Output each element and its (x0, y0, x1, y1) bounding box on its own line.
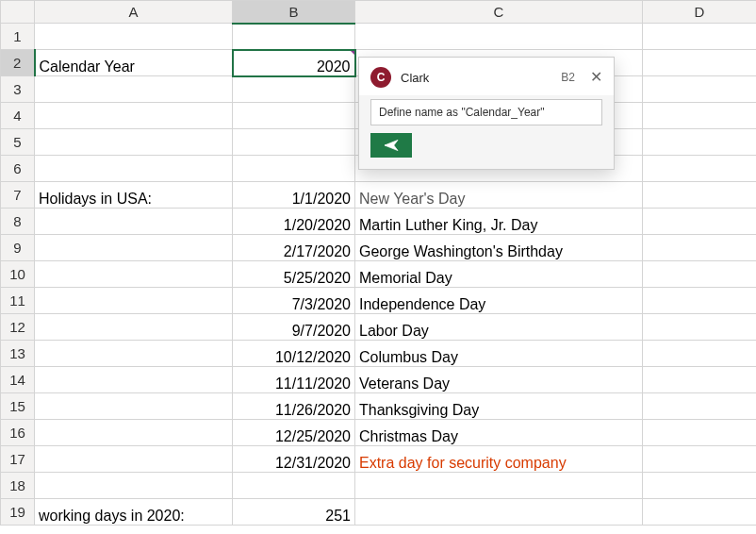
close-icon[interactable]: ✕ (590, 70, 602, 85)
cell-C12[interactable]: Labor Day (355, 314, 643, 341)
cell-B11[interactable]: 7/3/2020 (233, 288, 355, 314)
col-header-B[interactable]: B (233, 1, 355, 24)
cell-C17[interactable]: Extra day for security company (355, 446, 643, 473)
cell-D5[interactable] (643, 129, 757, 156)
row-header-15[interactable]: 15 (1, 393, 35, 420)
cell-D7[interactable] (643, 182, 757, 209)
cell-A3[interactable] (35, 76, 233, 103)
cell-C13[interactable]: Columbus Day (355, 341, 643, 367)
cell-C1[interactable] (355, 24, 643, 50)
cell-D8[interactable] (643, 209, 757, 235)
cell-A16[interactable] (35, 420, 233, 446)
row-header-18[interactable]: 18 (1, 473, 35, 499)
cell-B19[interactable]: 251 (233, 499, 355, 526)
cell-A8[interactable] (35, 209, 233, 235)
cell-A10[interactable] (35, 261, 233, 288)
cell-A2[interactable]: Calendar Year (35, 50, 233, 76)
cell-A1[interactable] (35, 24, 233, 50)
row-header-13[interactable]: 13 (1, 341, 35, 367)
row-header-5[interactable]: 5 (1, 129, 35, 156)
cell-D12[interactable] (643, 314, 757, 341)
cell-D11[interactable] (643, 288, 757, 314)
row-header-11[interactable]: 11 (1, 288, 35, 314)
row-header-6[interactable]: 6 (1, 156, 35, 182)
cell-C10[interactable]: Memorial Day (355, 261, 643, 288)
cell-C9[interactable]: George Washington's Birthday (355, 235, 643, 261)
col-header-A[interactable]: A (35, 1, 233, 24)
row-header-10[interactable]: 10 (1, 261, 35, 288)
cell-B7[interactable]: 1/1/2020 (233, 182, 355, 209)
cell-D15[interactable] (643, 393, 757, 420)
cell-C19[interactable] (355, 499, 643, 526)
row-header-9[interactable]: 9 (1, 235, 35, 261)
cell-D4[interactable] (643, 103, 757, 129)
comment-author: Clark (401, 71, 551, 85)
cell-D1[interactable] (643, 24, 757, 50)
cell-A15[interactable] (35, 393, 233, 420)
cell-A17[interactable] (35, 446, 233, 473)
comment-input[interactable] (370, 99, 602, 125)
row-header-7[interactable]: 7 (1, 182, 35, 209)
cell-A7[interactable]: Holidays in USA: (35, 182, 233, 209)
cell-B2[interactable]: 2020 (233, 50, 355, 76)
row-header-16[interactable]: 16 (1, 420, 35, 446)
row-header-4[interactable]: 4 (1, 103, 35, 129)
row-header-1[interactable]: 1 (1, 24, 35, 50)
cell-D17[interactable] (643, 446, 757, 473)
cell-B3[interactable] (233, 76, 355, 103)
cell-A12[interactable] (35, 314, 233, 341)
cell-D19[interactable] (643, 499, 757, 526)
cell-D18[interactable] (643, 473, 757, 499)
row-header-12[interactable]: 12 (1, 314, 35, 341)
cell-B13[interactable]: 10/12/2020 (233, 341, 355, 367)
row-header-19[interactable]: 19 (1, 499, 35, 526)
cell-D9[interactable] (643, 235, 757, 261)
cell-C8[interactable]: Martin Luther King, Jr. Day (355, 209, 643, 235)
cell-A13[interactable] (35, 341, 233, 367)
cell-B18[interactable] (233, 473, 355, 499)
row-header-2[interactable]: 2 (1, 50, 35, 76)
row-header-3[interactable]: 3 (1, 76, 35, 103)
cell-A9[interactable] (35, 235, 233, 261)
cell-B15[interactable]: 11/26/2020 (233, 393, 355, 420)
cell-C11[interactable]: Independence Day (355, 288, 643, 314)
cell-B16[interactable]: 12/25/2020 (233, 420, 355, 446)
cell-A14[interactable] (35, 367, 233, 393)
cell-A4[interactable] (35, 103, 233, 129)
cell-D16[interactable] (643, 420, 757, 446)
cell-B1[interactable] (233, 24, 355, 50)
cell-B17[interactable]: 12/31/2020 (233, 446, 355, 473)
cell-B10[interactable]: 5/25/2020 (233, 261, 355, 288)
cell-A11[interactable] (35, 288, 233, 314)
select-all-corner[interactable] (1, 1, 35, 24)
cell-D13[interactable] (643, 341, 757, 367)
cell-A6[interactable] (35, 156, 233, 182)
cell-B4[interactable] (233, 103, 355, 129)
cell-B6[interactable] (233, 156, 355, 182)
cell-A5[interactable] (35, 129, 233, 156)
cell-C15[interactable]: Thanksgiving Day (355, 393, 643, 420)
row-header-14[interactable]: 14 (1, 367, 35, 393)
cell-B12[interactable]: 9/7/2020 (233, 314, 355, 341)
cell-B9[interactable]: 2/17/2020 (233, 235, 355, 261)
cell-B8[interactable]: 1/20/2020 (233, 209, 355, 235)
row-header-8[interactable]: 8 (1, 209, 35, 235)
cell-C16[interactable]: Christmas Day (355, 420, 643, 446)
cell-B5[interactable] (233, 129, 355, 156)
cell-D2[interactable] (643, 50, 757, 76)
cell-C14[interactable]: Veterans Day (355, 367, 643, 393)
col-header-C[interactable]: C (355, 1, 643, 24)
cell-D3[interactable] (643, 76, 757, 103)
cell-D14[interactable] (643, 367, 757, 393)
cell-A18[interactable] (35, 473, 233, 499)
send-button[interactable] (370, 133, 412, 158)
cell-C18[interactable] (355, 473, 643, 499)
row-header-17[interactable]: 17 (1, 446, 35, 473)
cell-A19[interactable]: working days in 2020: (35, 499, 233, 526)
comment-cellref: B2 (561, 71, 575, 84)
cell-D6[interactable] (643, 156, 757, 182)
cell-B14[interactable]: 11/11/2020 (233, 367, 355, 393)
col-header-D[interactable]: D (643, 1, 757, 24)
cell-C7[interactable]: New Year's Day (355, 182, 643, 209)
cell-D10[interactable] (643, 261, 757, 288)
